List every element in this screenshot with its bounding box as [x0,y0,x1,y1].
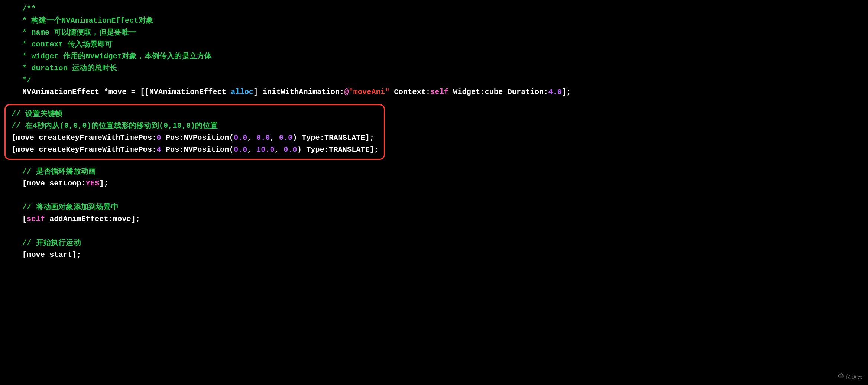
constant: TRANSLATE [324,133,365,142]
at-sign: @ [344,88,349,96]
code-line-keyframe-4: [move createKeyFrameWithTimePos:4 Pos:NV… [9,144,379,156]
number-literal: 0.0 [279,133,293,142]
code-line: // 在4秒内从(0,0,0)的位置线形的移动到(0,10,0)的位置 [9,120,379,132]
code-span: [move setLoop:YES]; [11,178,108,190]
code-span: [self addAnimEffect:move]; [11,213,140,225]
code-line-addanimeffect: [self addAnimEffect:move]; [0,213,868,225]
code-line: * duration 运动的总时长 [0,62,868,74]
punctuation: , [247,145,256,154]
message-name: start [49,250,72,259]
punctuation [45,215,49,223]
punctuation: [move [12,133,39,142]
punctuation: = [[ [127,88,149,96]
comment-text: * context 传入场景即可 [11,39,113,51]
highlight-box: // 设置关键帧 // 在4秒内从(0,0,0)的位置线形的移动到(0,10,0… [4,104,385,160]
punctuation: , [275,145,284,154]
message-name: setLoop: [49,179,86,188]
number-literal: 0.0 [256,133,270,142]
comment-text: /** [11,3,36,15]
blank-line [0,190,868,201]
punctuation: ]; [131,215,140,223]
message-name: createKeyFrameWithTimePos: [39,145,156,154]
number-literal: 0 [156,133,161,142]
code-line: // 是否循环播放动画 [0,166,868,178]
code-span: [move start]; [11,249,81,261]
punctuation: ]; [72,250,81,259]
number-literal: 4 [156,145,161,154]
operator: * [99,88,108,96]
arg-label: Pos: [161,133,184,142]
comment-text: * widget 作用的NVWidget对象，本例传入的是立方体 [11,51,212,62]
watermark: 亿速云 [838,371,863,383]
punctuation: ]; [99,179,108,188]
function-call: NVPosition( [184,145,234,154]
punctuation: ) [297,145,302,154]
arg-label: Type: [302,145,329,154]
keyword-yes: YES [86,179,100,188]
keyword-self: self [430,88,448,96]
arg-label: Context: [389,88,430,96]
comment-text: * duration 运动的总时长 [11,62,117,74]
string-literal: "moveAni" [349,88,390,96]
punctuation: ) [293,133,297,142]
number-literal: 0.0 [234,133,247,142]
code-line: * name 可以随便取，但是要唯一 [0,27,868,39]
code-line: * context 传入场景即可 [0,39,868,51]
code-line-setloop: [move setLoop:YES]; [0,178,868,190]
punctuation: , [247,133,256,142]
punctuation: ] [253,88,262,96]
punctuation: [move [22,250,49,259]
comment-text: * 构建一个NVAnimationEffect对象 [11,15,153,27]
comment-text: // 是否循环播放动画 [11,166,96,178]
comment-text: // 开始执行运动 [11,237,81,249]
comment-text: // 设置关键帧 [12,110,63,118]
code-line: // 开始执行运动 [0,237,868,249]
number-literal: 10.0 [256,145,275,154]
cloud-icon [838,371,844,383]
punctuation: ]; [370,145,379,154]
code-line: * widget 作用的NVWidget对象，本例传入的是立方体 [0,51,868,62]
message-name: addAnimEffect: [49,215,113,223]
type-name: NVAnimationEffect [22,88,99,96]
arg-label: Type: [297,133,324,142]
watermark-text: 亿速云 [846,371,863,383]
number-literal: 0.0 [284,145,297,154]
arg-label: Duration: [503,88,548,96]
number-literal: 0.0 [234,145,247,154]
punctuation: [move [12,145,39,154]
comment-text: */ [11,74,31,86]
comment-text: * name 可以随便取，但是要唯一 [11,27,137,39]
variable-name: move [108,88,127,96]
type-name: NVAnimationEffect [149,88,226,96]
message-name: initWithAnimation: [263,88,344,96]
constant: TRANSLATE [329,145,370,154]
code-line-start: [move start]; [0,249,868,261]
identifier: cube [485,88,503,96]
comment-text: // 将动画对象添加到场景中 [11,201,119,213]
keyword-self: self [27,215,45,223]
code-line-declaration: NVAnimationEffect *move = [[NVAnimationE… [0,86,868,98]
code-line: // 将动画对象添加到场景中 [0,201,868,213]
code-line: * 构建一个NVAnimationEffect对象 [0,15,868,27]
keyword-alloc: alloc [231,88,253,96]
code-line: // 设置关键帧 [9,108,379,120]
punctuation: [move [22,179,49,188]
identifier: move [113,215,131,223]
blank-line [0,225,868,237]
punctuation: ]; [562,88,571,96]
code-line: */ [0,74,868,86]
punctuation: [ [22,215,27,223]
punctuation: , [270,133,279,142]
arg-label: Pos: [161,145,184,154]
function-call: NVPosition( [184,133,234,142]
arg-label: Widget: [448,88,485,96]
code-line-keyframe-0: [move createKeyFrameWithTimePos:0 Pos:NV… [9,132,379,144]
code-line: /** [0,3,868,15]
message-name: createKeyFrameWithTimePos: [39,133,156,142]
number-literal: 4.0 [548,88,562,96]
comment-text: // 在4秒内从(0,0,0)的位置线形的移动到(0,10,0)的位置 [12,122,218,130]
punctuation: ]; [365,133,374,142]
code-span: NVAnimationEffect *move = [[NVAnimationE… [11,86,571,98]
